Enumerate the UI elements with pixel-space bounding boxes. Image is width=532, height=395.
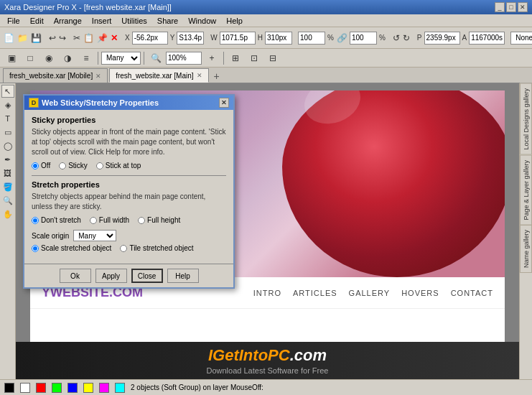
sticky-top-option[interactable]: Stick at top [96,162,141,169]
rectangle-tool[interactable]: ▭ [1,126,14,139]
tab-main-close[interactable]: ✕ [197,72,202,79]
delete-button[interactable]: ✕ [110,30,118,46]
page-dropdown[interactable]: Many [101,52,141,65]
pan-tool[interactable]: ✋ [1,208,14,220]
p-input[interactable] [424,32,460,45]
scale-stretched-option[interactable]: Scale stretched object [32,244,111,252]
color-swatch-green[interactable] [52,383,62,393]
apply-button[interactable]: Apply [95,269,127,283]
sticky-sticky-option[interactable]: Sticky [59,162,88,169]
color-swatch-red[interactable] [36,383,46,393]
stretch-full-width-radio[interactable] [90,217,97,224]
ellipse-tool[interactable]: ◯ [1,139,14,152]
zoom-tool[interactable]: 🔍 [1,194,14,207]
w-input[interactable] [220,32,256,45]
opacity-button[interactable]: ◑ [59,50,76,66]
menu-arrange[interactable]: Arrange [50,16,86,26]
maximize-button[interactable]: □ [506,2,516,12]
tile-stretched-option[interactable]: Tile stretched object [120,244,193,252]
color-swatch-blue[interactable] [67,383,78,393]
text-tool[interactable]: T [1,112,14,125]
zoom-input[interactable] [166,52,202,65]
sticky-off-radio[interactable] [32,162,39,169]
stretch-none-radio[interactable] [32,217,39,224]
sticky-top-radio[interactable] [96,162,103,169]
tab-mobile[interactable]: fresh_website.xar [Mobile] ✕ [3,68,108,83]
local-designs-gallery-tab[interactable]: Local Designs gallery [520,83,532,155]
close-button[interactable]: ✕ [518,2,528,12]
nav-hovers[interactable]: HOVERS [401,289,439,297]
scale-stretched-radio[interactable] [32,245,39,252]
menu-utilities[interactable]: Utilities [117,16,151,26]
none-dropdown[interactable]: None [510,32,532,45]
menu-help[interactable]: Help [222,16,247,26]
undo-button[interactable]: ↩ [48,30,57,46]
dialog-close-button[interactable]: ✕ [219,98,229,108]
stroke-button[interactable]: □ [22,50,39,66]
save-button[interactable]: 💾 [30,30,42,46]
select-tool[interactable]: ↖ [1,85,14,98]
close-button[interactable]: Close [131,269,163,283]
y-input[interactable] [177,32,204,45]
color-swatch-cyan[interactable] [115,383,125,393]
nav-intro[interactable]: INTRO [253,289,281,297]
menu-file[interactable]: File [3,16,24,26]
fill-button[interactable]: ▣ [3,50,20,66]
sticky-sticky-radio[interactable] [59,162,66,169]
menu-edit[interactable]: Edit [26,16,48,26]
pen-tool[interactable]: ✒ [1,153,14,166]
tab-mobile-close[interactable]: ✕ [95,73,101,80]
w-pct-input[interactable] [298,32,325,45]
zoom-in-button[interactable]: + [203,50,220,66]
menu-window[interactable]: Window [184,16,220,26]
h-input[interactable] [265,32,292,45]
ok-button[interactable]: Ok [60,269,91,283]
lock-aspect-button[interactable]: 🔗 [336,30,348,46]
new-button[interactable]: 📄 [3,30,15,46]
open-button[interactable]: 📁 [17,30,29,46]
guide-button[interactable]: ⊟ [264,50,281,66]
x-input[interactable] [132,32,168,45]
rotate-left-button[interactable]: ↺ [392,30,401,46]
name-gallery-tab[interactable]: Name gallery [520,225,532,273]
color-swatch-white[interactable] [20,383,30,393]
dialog-title-bar[interactable]: D Web Sticky/Stretchy Properties ✕ [24,96,233,110]
a-input[interactable] [469,32,505,45]
page-layer-gallery-tab[interactable]: Page & Layer gallery [520,155,532,226]
scale-origin-dropdown[interactable]: Many [73,230,116,241]
shadow-button[interactable]: ◉ [40,50,57,66]
h-pct-input[interactable] [350,32,377,45]
stretch-full-height-option[interactable]: Full height [138,216,180,224]
web-sticky-dialog[interactable]: D Web Sticky/Stretchy Properties ✕ Stick… [23,94,235,289]
tile-stretched-radio[interactable] [120,245,127,252]
tab-main[interactable]: fresh_website.xar [Main] ✕ [109,68,208,83]
nav-articles[interactable]: ARTICLES [293,289,337,297]
tab-add-button[interactable]: + [210,70,223,83]
photo-tool[interactable]: 🖼 [1,167,14,180]
help-button[interactable]: Help [167,269,199,283]
cut-button[interactable]: ✂ [73,30,81,46]
rotate-right-button[interactable]: ↻ [402,30,411,46]
stretch-full-height-radio[interactable] [138,217,145,224]
node-tool[interactable]: ◈ [1,98,14,111]
arrange-button[interactable]: ≡ [78,50,95,66]
stretch-none-option[interactable]: Don't stretch [32,216,81,224]
menu-insert[interactable]: Insert [88,16,116,26]
color-swatch-black[interactable] [4,383,14,393]
stretch-full-width-option[interactable]: Full width [90,216,129,224]
snap-button[interactable]: ⊡ [246,50,263,66]
paste-button[interactable]: 📌 [96,30,108,46]
color-swatch-magenta[interactable] [99,383,109,393]
copy-button[interactable]: 📋 [83,30,95,46]
canvas-area[interactable]: EW LOOK FRESH BUTTON TEXT YWEBSITE.COM I… [16,83,519,379]
nav-gallery[interactable]: GALLERY [349,289,391,297]
fill-tool[interactable]: 🪣 [1,180,14,193]
redo-button[interactable]: ↪ [58,30,67,46]
nav-contact[interactable]: CONTACT [451,289,493,297]
minimize-button[interactable]: _ [495,2,505,12]
grid-button[interactable]: ⊞ [227,50,244,66]
zoom-out-button[interactable]: 🔍 [147,50,164,66]
menu-share[interactable]: Share [153,16,182,26]
sticky-off-option[interactable]: Off [32,162,50,169]
color-swatch-yellow[interactable] [83,383,93,393]
